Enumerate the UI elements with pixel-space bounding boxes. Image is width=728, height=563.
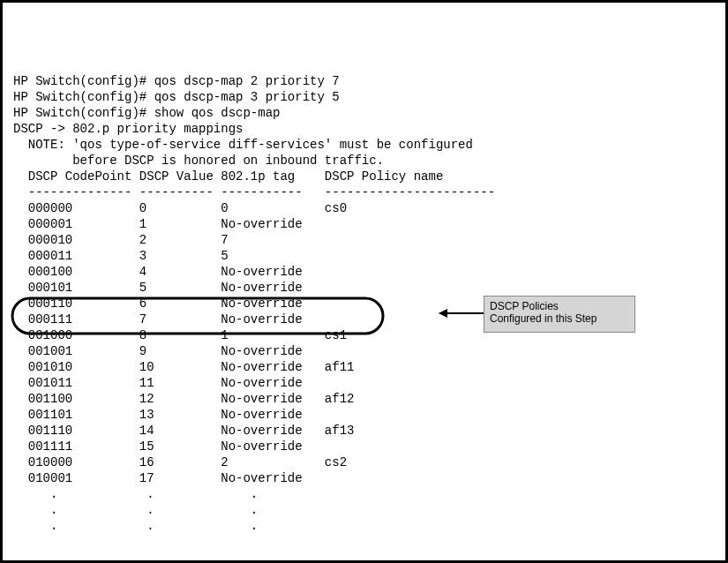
terminal-line: before DSCP is honored on inbound traffi… bbox=[13, 153, 715, 169]
terminal-line: DSCP -> 802.p priority mappings bbox=[13, 121, 715, 137]
terminal-line: 001011 11 No-override bbox=[13, 375, 715, 391]
terminal-line: NOTE: 'qos type-of-service diff-services… bbox=[13, 137, 715, 153]
terminal-line: 000101 5 No-override bbox=[13, 280, 715, 296]
terminal-line: HP Switch(config)# show qos dscp-map bbox=[13, 105, 715, 121]
callout-box: DSCP Policies Configured in this Step bbox=[484, 296, 635, 333]
terminal-line: 010000 16 2 cs2 bbox=[13, 454, 715, 470]
terminal-line: 000011 3 5 bbox=[13, 248, 715, 264]
callout-text-line1: DSCP Policies bbox=[490, 300, 629, 312]
terminal-line: HP Switch(config)# qos dscp-map 2 priori… bbox=[13, 73, 715, 89]
terminal-frame: { "commands": [ "HP Switch(config)# qos … bbox=[0, 0, 728, 563]
terminal-line: -------------- ---------- ----------- --… bbox=[13, 184, 715, 200]
terminal-line: HP Switch(config)# qos dscp-map 3 priori… bbox=[13, 89, 715, 105]
terminal-line: . . . bbox=[13, 518, 715, 534]
terminal-line: 000001 1 No-override bbox=[13, 216, 715, 232]
terminal-line: 000000 0 0 cs0 bbox=[13, 200, 715, 216]
terminal-line: 001001 9 No-override bbox=[13, 343, 715, 359]
terminal-line: 001111 15 No-override bbox=[13, 439, 715, 454]
terminal-line: 001101 13 No-override bbox=[13, 407, 715, 423]
terminal-line: DSCP CodePoint DSCP Value 802.1p tag DSC… bbox=[13, 169, 715, 184]
terminal-line: . . . bbox=[13, 486, 715, 502]
terminal-line: 001100 12 No-override af12 bbox=[13, 391, 715, 407]
terminal-line: . . . bbox=[13, 502, 715, 518]
terminal-line: 001110 14 No-override af13 bbox=[13, 423, 715, 439]
callout-text-line2: Configured in this Step bbox=[490, 312, 629, 325]
terminal-line: 000100 4 No-override bbox=[13, 264, 715, 280]
terminal-line: 001010 10 No-override af11 bbox=[13, 359, 715, 375]
terminal-line: 000010 2 7 bbox=[13, 232, 715, 248]
terminal-line: 010001 17 No-override bbox=[13, 470, 715, 486]
callout-arrow bbox=[439, 312, 484, 314]
